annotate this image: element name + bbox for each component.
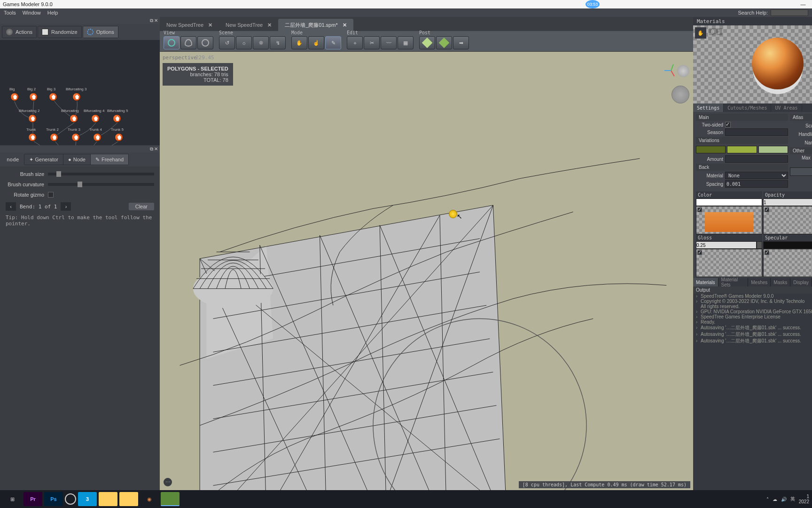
specular-enabled[interactable] [765, 250, 769, 255]
edit-calendar-button[interactable]: ▦ [398, 36, 414, 49]
bend-next[interactable]: › [61, 202, 71, 211]
panel-popout-icon[interactable]: ⧉ [150, 146, 153, 152]
btab-display[interactable]: Display [790, 278, 812, 286]
node-big3[interactable] [49, 93, 57, 101]
btab-meshes[interactable]: Meshes [748, 278, 771, 286]
edit-curve-button[interactable]: 〰 [381, 36, 397, 49]
tab-1[interactable]: New SpeedTree✕ [219, 19, 278, 31]
btab-masks[interactable]: Masks [771, 278, 790, 286]
node-big2[interactable] [29, 93, 38, 101]
material-select[interactable]: None [725, 172, 788, 179]
node-trunk5[interactable] [115, 133, 123, 142]
brush-curv-slider[interactable] [48, 183, 154, 186]
panel-close-icon[interactable]: ✕ [154, 146, 158, 151]
viewport-compass[interactable] [671, 86, 689, 103]
brush-size-slider[interactable] [48, 173, 154, 175]
variation-swatch-3[interactable] [758, 146, 788, 153]
taskview-icon[interactable]: ⊞ [3, 492, 22, 506]
btab-materials[interactable]: Materials [693, 278, 718, 286]
gloss-thumb[interactable] [696, 249, 762, 277]
3dsmax-icon[interactable]: 3 [78, 492, 97, 506]
node-bif3[interactable] [72, 93, 81, 101]
speedtree-icon[interactable] [161, 492, 180, 506]
scene-reset-button[interactable]: ↺ [219, 36, 235, 49]
spacing-input[interactable] [725, 180, 788, 188]
view-eye-button[interactable] [180, 36, 196, 49]
mode-node[interactable]: ●Node [63, 154, 91, 165]
tab-settings[interactable]: Settings [693, 103, 724, 112]
two-sided-checkbox[interactable] [725, 122, 731, 127]
close-icon[interactable]: ✕ [208, 22, 212, 28]
view-shaded-button[interactable] [164, 36, 180, 49]
tab-cutouts[interactable]: Cutouts/Meshes [724, 103, 771, 112]
tab-0[interactable]: New SpeedTree✕ [160, 19, 219, 31]
post-2-button[interactable] [436, 36, 452, 49]
windows-taskbar[interactable]: ⊞ Pr Ps 3 ◉ ˄ ☁ 🔊 英 1 2022 [0, 490, 812, 508]
scene-force-button[interactable]: ↯ [270, 36, 286, 49]
tray-volume-icon[interactable]: 🔊 [781, 497, 787, 502]
viewport-3d[interactable]: perspective 229.45 POLYGONS - SELECTED b… [160, 52, 693, 490]
opacity-thumb[interactable] [763, 206, 812, 234]
randomize-button[interactable]: Randomize [38, 26, 82, 38]
specular-value[interactable] [763, 241, 812, 249]
gloss-enabled[interactable] [697, 250, 702, 255]
bend-prev[interactable]: ‹ [6, 202, 16, 211]
node-trunk4[interactable] [93, 133, 102, 142]
post-1-button[interactable] [419, 36, 435, 49]
gloss-value[interactable] [696, 241, 757, 249]
season-input[interactable] [725, 128, 788, 136]
hand-pan-icon[interactable]: ✋ [695, 27, 706, 39]
menu-tools[interactable]: Tools [4, 10, 16, 16]
opacity-value[interactable] [763, 198, 812, 206]
node-bif4[interactable] [91, 114, 100, 123]
window-minimize[interactable]: — [797, 1, 809, 7]
search-help-input[interactable] [771, 9, 808, 16]
make-new-button[interactable]: Make New [790, 167, 812, 176]
app-icon[interactable]: ◉ [140, 492, 159, 506]
explorer-icon[interactable] [99, 492, 117, 506]
rotate-gizmo-checkbox[interactable] [48, 192, 54, 198]
node-graph[interactable]: Big Big 2 Big 3 Bifurcating 3 Bifurcatin… [0, 40, 160, 145]
close-icon[interactable]: ✕ [267, 22, 272, 28]
scene-wind-button[interactable]: ❊ [253, 36, 269, 49]
color-enabled[interactable] [697, 207, 702, 212]
tray-ime[interactable]: 英 [790, 496, 795, 502]
viewport-sphere-icon[interactable] [677, 65, 689, 77]
panel-close-icon[interactable]: ✕ [154, 18, 158, 23]
tray-cloud-icon[interactable]: ☁ [773, 497, 777, 502]
actions-button[interactable]: Actions [2, 26, 37, 38]
variation-swatch-2[interactable] [727, 146, 757, 153]
viewport-menu-button[interactable]: ⋯ [164, 478, 172, 486]
panel-popout-icon[interactable]: ⧉ [150, 18, 153, 24]
view-zoom-button[interactable] [197, 36, 213, 49]
mode-freehand[interactable]: ✎Freehand [91, 154, 128, 165]
mode-generator[interactable]: ✦Generator [24, 154, 64, 165]
view-axis-gizmo[interactable] [664, 64, 677, 77]
material-preview[interactable]: ✋ 0_1 [693, 25, 812, 103]
color-value[interactable] [696, 198, 762, 206]
close-icon[interactable]: ✕ [343, 22, 347, 28]
node-bif5[interactable] [113, 114, 121, 123]
mode-node-button[interactable]: ☝ [308, 36, 324, 49]
node-trunk3[interactable] [71, 133, 80, 142]
scene-light-button[interactable]: ☼ [236, 36, 252, 49]
tray-chevron-icon[interactable]: ˄ [766, 497, 769, 502]
node-bif2[interactable] [28, 114, 37, 123]
variation-swatch-1[interactable] [696, 146, 726, 153]
amount-input[interactable] [725, 155, 788, 163]
clear-button[interactable]: Clear [129, 203, 154, 210]
options-button[interactable]: Options [83, 26, 118, 38]
photoshop-icon[interactable]: Ps [44, 492, 63, 506]
tab-2[interactable]: 二层外墙_爬藤01.spm*✕ [278, 19, 353, 31]
specular-thumb[interactable] [763, 249, 812, 277]
node-trunk2[interactable] [50, 133, 58, 142]
premiere-icon[interactable]: Pr [23, 492, 42, 506]
node-bif[interactable] [70, 114, 78, 123]
node-trunk[interactable] [28, 133, 37, 142]
explorer2-icon[interactable] [119, 492, 138, 506]
unreal-icon[interactable] [65, 493, 76, 505]
color-thumb[interactable] [696, 206, 762, 234]
post-export-button[interactable]: ➡ [453, 36, 469, 49]
menu-window[interactable]: Window [23, 10, 41, 16]
btab-matsets[interactable]: Material Sets [718, 278, 749, 286]
